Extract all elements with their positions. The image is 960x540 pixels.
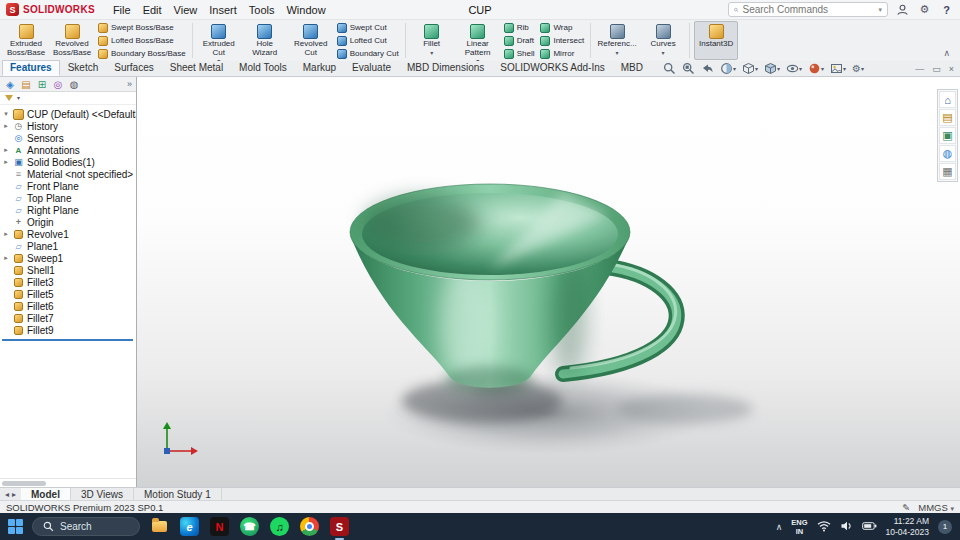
revolved-cut-button[interactable]: Revolved Cut (289, 21, 333, 60)
language-indicator[interactable]: ENGIN (791, 518, 807, 536)
doc-minimize-icon[interactable]: — (915, 64, 924, 74)
tab-surfaces[interactable]: Surfaces (106, 60, 161, 76)
tab-motion-study[interactable]: Motion Study 1 (134, 488, 222, 500)
draft-button[interactable]: Draft (502, 35, 537, 47)
revolved-boss-button[interactable]: Revolved Boss/Base (50, 21, 94, 60)
tab-sheet-metal[interactable]: Sheet Metal (162, 60, 231, 76)
taskbar-chrome[interactable] (299, 516, 320, 537)
expander-icon[interactable]: ▸ (2, 254, 10, 262)
tab-evaluate[interactable]: Evaluate (344, 60, 399, 76)
swept-boss-button[interactable]: Swept Boss/Base (96, 22, 188, 34)
tree-item-top-plane[interactable]: ▱Top Plane (2, 192, 136, 204)
tree-root-item[interactable]: ▾ CUP (Default) <<Default>_Display St... (2, 108, 136, 120)
linear-pattern-button[interactable]: Linear Pattern ▾ (456, 21, 500, 60)
curves-button[interactable]: Curves ▾ (641, 21, 685, 60)
edit-appearance-icon[interactable]: ▾ (808, 62, 824, 75)
help-icon[interactable]: ? (939, 2, 954, 17)
search-dropdown-icon[interactable]: ▾ (878, 6, 882, 14)
previous-view-icon[interactable] (701, 62, 714, 75)
tree-horizontal-scrollbar[interactable] (0, 478, 136, 487)
tree-item-fillet5[interactable]: Fillet5 (2, 288, 136, 300)
menu-file[interactable]: File (107, 2, 137, 18)
filter-funnel-icon[interactable] (5, 95, 13, 101)
resources-home-icon[interactable]: ⌂ (939, 91, 956, 108)
units-selector[interactable]: MMGS ▾ (918, 502, 954, 513)
taskbar-search[interactable]: Search (32, 517, 140, 536)
tab-scroll-left-icon[interactable]: ◂ (5, 490, 9, 499)
expander-icon[interactable]: ▾ (2, 110, 10, 118)
tree-item-material[interactable]: ≡Material <not specified> (2, 168, 136, 180)
expander-icon[interactable]: ▸ (2, 122, 10, 130)
expander-icon[interactable]: ▸ (2, 146, 10, 154)
zoom-area-icon[interactable] (682, 62, 695, 75)
ribbon-collapse-icon[interactable]: ∧ (937, 48, 956, 60)
hide-show-items-icon[interactable]: ▾ (786, 62, 802, 75)
mirror-button[interactable]: Mirror (538, 48, 586, 60)
fillet-button[interactable]: Fillet ▾ (410, 21, 454, 60)
shell-button[interactable]: Shell (502, 48, 537, 60)
tree-item-fillet6[interactable]: Fillet6 (2, 300, 136, 312)
view-orientation-icon[interactable]: ▾ (742, 62, 758, 75)
wrap-button[interactable]: Wrap (538, 22, 586, 34)
design-library-icon[interactable]: ▤ (939, 109, 956, 126)
view-palette-icon[interactable]: ◍ (939, 145, 956, 162)
wifi-icon[interactable] (817, 520, 831, 534)
dropdown-icon[interactable]: ▾ (430, 50, 433, 56)
settings-gear-icon[interactable]: ⚙ (917, 2, 932, 17)
taskbar-solidworks[interactable]: S (329, 516, 350, 537)
tree-item-annotations[interactable]: ▸AAnnotations (2, 144, 136, 156)
tab-mold-tools[interactable]: Mold Tools (231, 60, 295, 76)
tab-3d-views[interactable]: 3D Views (71, 488, 134, 500)
command-search-input[interactable] (742, 4, 874, 15)
panel-expand-icon[interactable]: » (127, 79, 132, 89)
menu-window[interactable]: Window (280, 2, 331, 18)
tray-expand-icon[interactable]: ∧ (776, 522, 783, 532)
tree-item-fillet7[interactable]: Fillet7 (2, 312, 136, 324)
tab-model[interactable]: Model (21, 488, 71, 500)
tab-solidworks-addins[interactable]: SOLIDWORKS Add-Ins (492, 60, 612, 76)
intersect-button[interactable]: Intersect (538, 35, 586, 47)
zoom-fit-icon[interactable] (663, 62, 676, 75)
custom-properties-icon[interactable]: ▦ (939, 163, 956, 180)
tree-item-history[interactable]: ▸◷History (2, 120, 136, 132)
extruded-cut-button[interactable]: Extruded Cut ▾ (197, 21, 241, 60)
volume-icon[interactable] (840, 520, 853, 534)
expander-icon[interactable]: ▸ (2, 230, 10, 238)
swept-cut-button[interactable]: Swept Cut (335, 22, 401, 34)
tab-mbd-dimensions[interactable]: MBD Dimensions (399, 60, 492, 76)
menu-edit[interactable]: Edit (137, 2, 168, 18)
battery-icon[interactable] (862, 520, 877, 534)
cup-3d-model[interactable] (137, 77, 960, 487)
section-view-icon[interactable]: ▾ (720, 62, 736, 75)
tree-item-solid-bodies[interactable]: ▸▣Solid Bodies(1) (2, 156, 136, 168)
dimxpertmanager-tab-icon[interactable]: ◎ (52, 79, 64, 90)
menu-view[interactable]: View (168, 2, 204, 18)
tree-item-shell1[interactable]: Shell1 (2, 264, 136, 276)
taskbar-netflix[interactable]: N (209, 516, 230, 537)
display-style-icon[interactable]: ▾ (764, 62, 780, 75)
tab-mbd[interactable]: MBD (613, 60, 651, 76)
tab-features[interactable]: Features (2, 60, 60, 76)
doc-close-icon[interactable]: × (949, 64, 954, 74)
propertymanager-tab-icon[interactable]: ▤ (20, 79, 32, 90)
tree-item-revolve1[interactable]: ▸Revolve1 (2, 228, 136, 240)
notification-badge[interactable]: 1 (938, 520, 952, 534)
user-account-icon[interactable] (895, 2, 910, 17)
graphics-viewport[interactable]: ⌂ ▤ ▣ ◍ ▦ (137, 77, 960, 487)
lofted-boss-button[interactable]: Lofted Boss/Base (96, 35, 188, 47)
dropdown-icon[interactable]: ▾ (662, 50, 665, 56)
tab-scroll-right-icon[interactable]: ▸ (12, 490, 16, 499)
menu-insert[interactable]: Insert (203, 2, 243, 18)
reference-geometry-button[interactable]: Referenc... ▾ (595, 21, 639, 60)
taskbar-whatsapp[interactable]: ☎ (239, 516, 260, 537)
taskbar-spotify[interactable]: ♫ (269, 516, 290, 537)
expander-icon[interactable]: ▸ (2, 158, 10, 166)
tree-item-sensors[interactable]: ◎Sensors (2, 132, 136, 144)
clock[interactable]: 11:22 AM10-04-2023 (886, 516, 929, 537)
tree-item-front-plane[interactable]: ▱Front Plane (2, 180, 136, 192)
displaymanager-tab-icon[interactable]: ◍ (68, 79, 80, 90)
taskbar-edge[interactable]: e (179, 516, 200, 537)
boundary-cut-button[interactable]: Boundary Cut (335, 48, 401, 60)
view-settings-icon[interactable]: ⚙▾ (852, 63, 864, 74)
menu-tools[interactable]: Tools (243, 2, 281, 18)
